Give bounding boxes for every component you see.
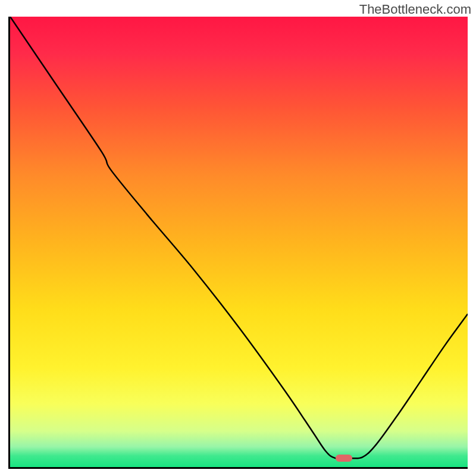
bottleneck-curve: [10, 17, 468, 459]
optimal-range-marker: [336, 455, 352, 462]
watermark-text: TheBottleneck.com: [359, 2, 471, 17]
chart-line-layer: [10, 17, 468, 467]
